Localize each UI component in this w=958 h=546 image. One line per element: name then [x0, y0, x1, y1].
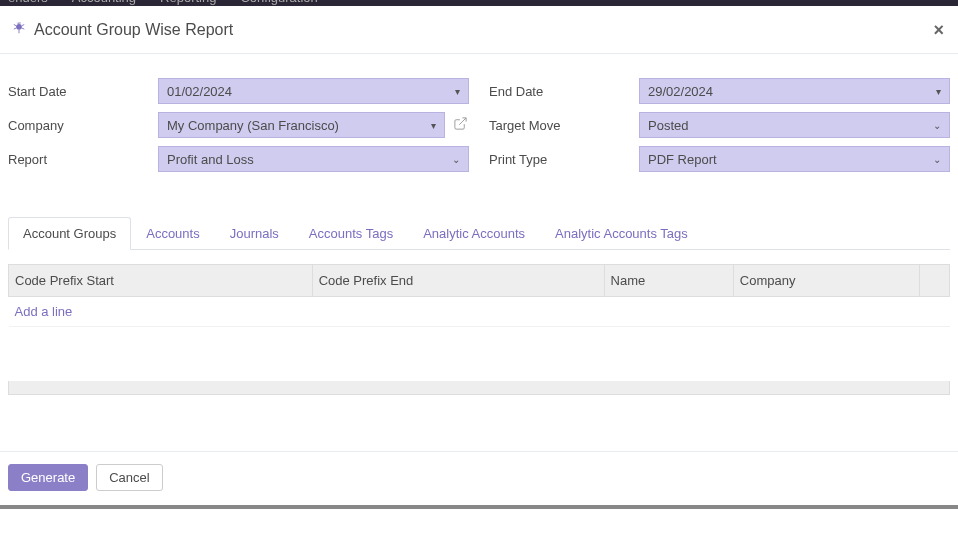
start-date-input[interactable]: 01/02/2024 ▾ [158, 78, 469, 104]
add-line-link[interactable]: Add a line [15, 304, 73, 319]
modal-body: Start Date 01/02/2024 ▾ Company My Compa… [0, 54, 958, 451]
end-date-value: 29/02/2024 [648, 84, 713, 99]
tab-accounts[interactable]: Accounts [131, 217, 214, 250]
print-type-value: PDF Report [648, 152, 717, 167]
tab-journals[interactable]: Journals [215, 217, 294, 250]
col-code-prefix-start[interactable]: Code Prefix Start [9, 265, 313, 297]
caret-down-icon: ⌄ [933, 154, 941, 165]
target-move-label: Target Move [489, 118, 639, 133]
print-type-label: Print Type [489, 152, 639, 167]
tab-analytic-accounts-tags[interactable]: Analytic Accounts Tags [540, 217, 703, 250]
svg-line-1 [459, 117, 466, 124]
svg-point-0 [16, 24, 22, 30]
table-row: Add a line [9, 297, 950, 327]
tab-analytic-accounts[interactable]: Analytic Accounts [408, 217, 540, 250]
menu-item[interactable]: enders [8, 0, 48, 5]
report-label: Report [8, 152, 158, 167]
end-date-label: End Date [489, 84, 639, 99]
caret-down-icon: ⌄ [452, 154, 460, 165]
tab-account-groups[interactable]: Account Groups [8, 217, 131, 250]
col-code-prefix-end[interactable]: Code Prefix End [312, 265, 604, 297]
caret-down-icon: ▾ [936, 86, 941, 97]
caret-down-icon: ⌄ [933, 120, 941, 131]
table-footer-bar [8, 381, 950, 395]
table-header-row: Code Prefix Start Code Prefix End Name C… [9, 265, 950, 297]
report-value: Profit and Loss [167, 152, 254, 167]
target-move-value: Posted [648, 118, 688, 133]
col-name[interactable]: Name [604, 265, 733, 297]
print-type-select[interactable]: PDF Report ⌄ [639, 146, 950, 172]
start-date-label: Start Date [8, 84, 158, 99]
table-empty-space [9, 327, 950, 381]
menu-item[interactable]: Configuration [240, 0, 317, 5]
generate-button[interactable]: Generate [8, 464, 88, 491]
caret-down-icon: ▾ [455, 86, 460, 97]
modal-title: Account Group Wise Report [34, 21, 233, 39]
col-company[interactable]: Company [733, 265, 919, 297]
menu-item[interactable]: Reporting [160, 0, 216, 5]
table-wrapper: Code Prefix Start Code Prefix End Name C… [8, 264, 950, 395]
target-move-select[interactable]: Posted ⌄ [639, 112, 950, 138]
tab-accounts-tags[interactable]: Accounts Tags [294, 217, 408, 250]
cancel-button[interactable]: Cancel [96, 464, 162, 491]
company-label: Company [8, 118, 158, 133]
report-select[interactable]: Profit and Loss ⌄ [158, 146, 469, 172]
bottom-bar [0, 505, 958, 509]
account-groups-table: Code Prefix Start Code Prefix End Name C… [8, 264, 950, 381]
company-value: My Company (San Francisco) [167, 118, 339, 133]
col-actions [920, 265, 950, 297]
caret-down-icon: ▾ [431, 120, 436, 131]
company-input[interactable]: My Company (San Francisco) ▾ [158, 112, 445, 138]
menu-item[interactable]: Accounting [72, 0, 136, 5]
modal-header: Account Group Wise Report × [0, 6, 958, 54]
end-date-input[interactable]: 29/02/2024 ▾ [639, 78, 950, 104]
start-date-value: 01/02/2024 [167, 84, 232, 99]
bug-icon [12, 21, 26, 38]
external-link-icon[interactable] [451, 116, 469, 135]
modal-footer: Generate Cancel [0, 451, 958, 503]
close-icon[interactable]: × [933, 20, 944, 41]
tab-strip: Account Groups Accounts Journals Account… [8, 216, 950, 250]
